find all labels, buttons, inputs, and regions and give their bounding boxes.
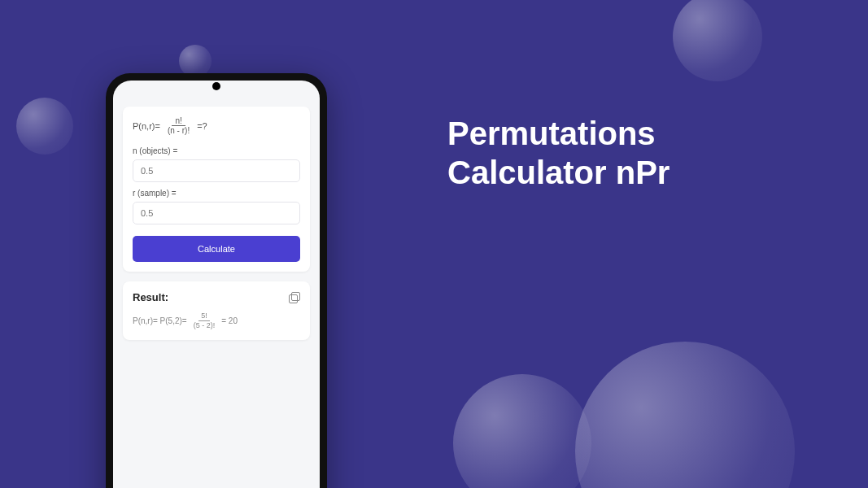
calculator-card: P(n,r)= n! (n - r)! =? n (objects) = r (…	[123, 107, 310, 272]
result-value: = 20	[221, 316, 238, 325]
result-title: Result:	[133, 291, 168, 303]
decorative-sphere	[575, 342, 795, 488]
result-left: P(n,r)= P(5,2)=	[133, 316, 187, 325]
headline-line2: Calculator nPr	[447, 153, 670, 192]
phone-camera	[212, 82, 220, 90]
formula-right: =?	[197, 121, 207, 131]
calculate-button[interactable]: Calculate	[133, 236, 300, 262]
phone-mockup: P(n,r)= n! (n - r)! =? n (objects) = r (…	[106, 73, 327, 488]
headline-line1: Permutations	[447, 114, 670, 153]
phone-screen: P(n,r)= n! (n - r)! =? n (objects) = r (…	[113, 81, 320, 488]
r-input[interactable]	[133, 202, 300, 224]
formula-left: P(n,r)=	[133, 121, 160, 131]
decorative-sphere	[673, 0, 762, 81]
decorative-sphere	[16, 98, 73, 155]
result-denominator: (5 - 2)!	[191, 321, 218, 330]
formula-fraction: n! (n - r)!	[164, 116, 193, 135]
result-numerator: 5!	[198, 312, 210, 321]
decorative-sphere	[453, 374, 591, 488]
formula-denominator: (n - r)!	[164, 126, 193, 135]
n-label: n (objects) =	[133, 146, 300, 155]
decorative-sphere	[179, 45, 212, 77]
formula-display: P(n,r)= n! (n - r)! =?	[133, 116, 300, 135]
headline: Permutations Calculator nPr	[447, 114, 670, 192]
n-input[interactable]	[133, 159, 300, 182]
copy-icon[interactable]	[289, 292, 300, 303]
result-expression: P(n,r)= P(5,2)= 5! (5 - 2)! = 20	[133, 312, 300, 330]
result-card: Result: P(n,r)= P(5,2)= 5! (5 - 2)! = 20	[123, 281, 310, 340]
r-label: r (sample) =	[133, 189, 300, 198]
formula-numerator: n!	[172, 116, 185, 126]
result-fraction: 5! (5 - 2)!	[191, 312, 218, 330]
